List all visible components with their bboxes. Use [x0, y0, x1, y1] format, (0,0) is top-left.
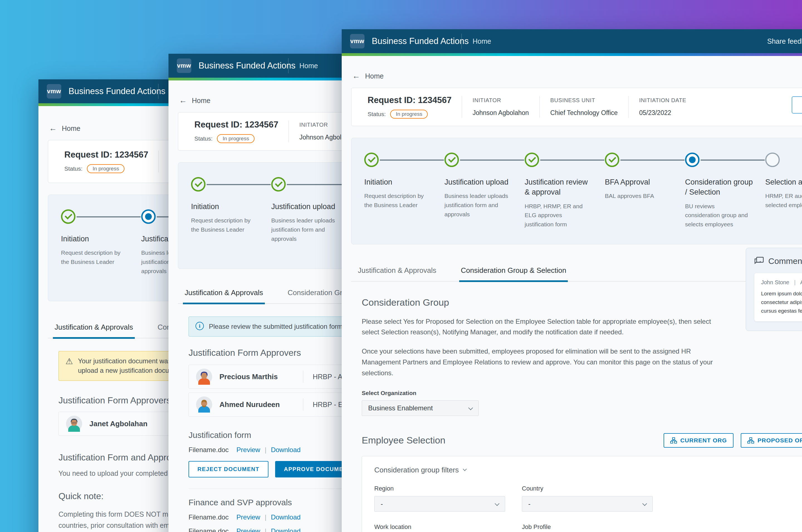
request-id: Request ID: 1234567: [64, 150, 148, 160]
step-justification-review: Justification review & approval HRBP, HR…: [525, 153, 605, 229]
avatar: [66, 416, 82, 432]
request-id: Request ID: 1234567: [194, 120, 278, 130]
select-organization-label: Select Organization: [362, 390, 802, 396]
avatar: [196, 396, 212, 413]
meta-separator: |: [794, 279, 796, 285]
desktop-background: vmw Business Funded Actions Home ← Home …: [0, 0, 802, 532]
link-separator: |: [264, 446, 266, 454]
filter-job-profile: Job Profile -: [522, 524, 653, 532]
approver-divider: [303, 370, 303, 383]
step-done-icon: [444, 153, 459, 167]
breadcrumb[interactable]: ← Home: [352, 72, 802, 80]
tab-justification-approvals[interactable]: Justification & Approvals: [183, 288, 265, 304]
comments-icon: [754, 257, 764, 266]
filter-region: Region -: [374, 485, 505, 512]
info-icon: [195, 322, 204, 330]
approver-divider: [303, 398, 303, 411]
request-field-initiator: INITIATOR Johnson Agbolahon: [462, 96, 529, 118]
app-header: vmw Business Funded Actions Home Share f…: [342, 29, 802, 53]
breadcrumb-home[interactable]: Home: [365, 72, 384, 80]
chevron-down-icon: [642, 501, 647, 506]
header-divider: [288, 58, 288, 73]
proposed-org-button[interactable]: PROPOSED ORG: [741, 433, 802, 448]
status-badge: In progress: [217, 134, 255, 143]
vmw-logo-icon: vmw: [177, 58, 191, 73]
request-summary-card: Request ID: 1234567 Status: In progress …: [351, 88, 802, 126]
tab-justification-approvals[interactable]: Justification & Approvals: [53, 323, 135, 339]
step-initiation: Initiation Request description by the Bu…: [364, 153, 444, 229]
back-arrow-icon[interactable]: ←: [49, 124, 57, 133]
link-separator: |: [264, 527, 266, 532]
file-name: Filename.doc: [188, 446, 229, 454]
consideration-intro-2: Once your selections have been submitted…: [362, 346, 721, 379]
filter-country: Country -: [522, 485, 653, 512]
comments-panel: Comments John Stone | April Lorem ipsum …: [746, 248, 802, 331]
status-badge: In progress: [390, 110, 428, 119]
comment-author: John Stone: [761, 279, 789, 285]
filters-toggle[interactable]: Consideration group filters: [374, 466, 802, 474]
status-badge: In progress: [87, 164, 125, 173]
vmw-logo-icon: vmw: [350, 34, 365, 49]
consideration-intro-1: Please select Yes for Proposed for Selec…: [362, 316, 721, 338]
step-done-icon: [271, 177, 286, 192]
step-selection-approval: Selection approval HRMP, ER audits selec…: [765, 153, 802, 229]
tab-consideration-group[interactable]: Consideration Group & Selection: [459, 266, 568, 282]
status-label: Status:: [64, 165, 82, 172]
step-active-icon: [685, 153, 700, 167]
app-title: Business Funded Actions: [69, 86, 165, 96]
nav-home[interactable]: Home: [472, 37, 491, 45]
comment-card: John Stone | April Lorem ipsum dolor sit…: [754, 273, 802, 321]
step-justification-upload: Justification upload Business leader upl…: [444, 153, 525, 229]
reject-document-button[interactable]: REJECT DOCUMENT: [188, 461, 268, 477]
tab-bar: Justification & Approvals Consideration …: [351, 266, 802, 282]
preview-link[interactable]: Preview: [237, 527, 260, 532]
request-action-button[interactable]: [792, 96, 802, 114]
step-bfa-approval: BFA Approval BAL approves BFA: [605, 153, 685, 229]
step-active-icon: [141, 209, 156, 224]
nav-home[interactable]: Home: [299, 62, 318, 70]
step-done-icon: [364, 153, 379, 167]
approver-name: Ahmed Nurudeen: [220, 400, 303, 409]
filter-work-location: Work location Product Manager: [374, 524, 505, 532]
country-select[interactable]: -: [522, 496, 653, 512]
tab-justification-approvals[interactable]: Justification & Approvals: [356, 266, 438, 282]
request-field-initiation-date: INITIATION DATE 05/23/2022: [628, 96, 686, 118]
status-label: Status:: [194, 135, 212, 142]
comments-title: Comments: [768, 256, 802, 266]
current-org-button[interactable]: CURRENT ORG: [664, 433, 733, 448]
download-link[interactable]: Download: [271, 446, 301, 454]
breadcrumb-home[interactable]: Home: [192, 97, 210, 105]
breadcrumb-home[interactable]: Home: [62, 125, 80, 133]
back-arrow-icon[interactable]: ←: [352, 72, 360, 80]
comment-line: Lorem ipsum dolor sit: [761, 289, 802, 298]
window-consideration-group: vmw Business Funded Actions Home Share f…: [342, 29, 802, 532]
share-feedback-link[interactable]: Share feedback: [767, 37, 802, 45]
step-justification-upload: Justification upload Business leader upl…: [271, 177, 351, 253]
org-chart-icon: [670, 437, 677, 444]
file-name: Filename.doc: [188, 527, 229, 532]
progress-stepper: Initiation Request description by the Bu…: [351, 138, 802, 244]
step-done-icon: [191, 177, 206, 192]
employee-selection-heading: Employee Selection: [362, 435, 446, 446]
comment-date: April: [800, 279, 802, 285]
app-title: Business Funded Actions: [372, 36, 469, 46]
region-select[interactable]: -: [374, 496, 505, 512]
consideration-group-heading: Consideration Group: [362, 297, 802, 308]
step-done-icon: [61, 209, 75, 224]
header-divider: [158, 84, 158, 99]
step-pending-icon: [765, 153, 780, 167]
comment-line: consectetur adipiscing: [761, 298, 802, 307]
download-link[interactable]: Download: [271, 513, 301, 521]
download-link[interactable]: Download: [271, 527, 301, 532]
chevron-down-icon: [495, 501, 500, 506]
back-arrow-icon[interactable]: ←: [179, 96, 187, 105]
request-id: Request ID: 1234567: [368, 95, 451, 105]
avatar: [196, 368, 212, 385]
status-label: Status:: [368, 111, 386, 117]
step-done-icon: [605, 153, 619, 167]
org-chart-icon: [747, 437, 754, 444]
step-initiation: Initiation Request description by the Bu…: [61, 209, 141, 286]
organization-select[interactable]: Business Enablement: [362, 400, 479, 416]
preview-link[interactable]: Preview: [237, 446, 260, 454]
preview-link[interactable]: Preview: [237, 513, 260, 521]
